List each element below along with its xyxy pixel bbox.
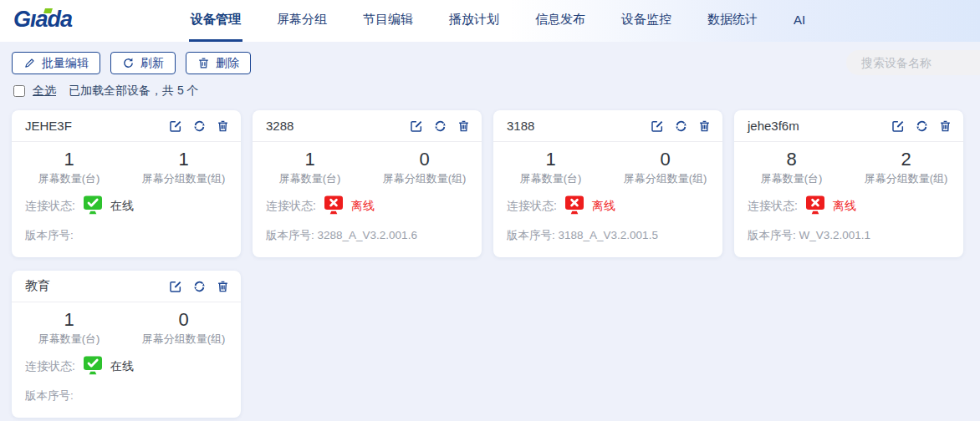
refresh-icon[interactable] <box>433 119 447 133</box>
connection-status-row: 连接状态: 离线 <box>266 195 482 217</box>
top-header: Gıada 设备管理屏幕分组节目编辑播放计划信息发布设备监控数据统计AI <box>0 0 980 42</box>
group-count-label: 屏幕分组数量(组) <box>126 332 241 347</box>
card-stats: 1 屏幕数量(台) 0 屏幕分组数量(组) <box>12 310 241 347</box>
screen-count-label: 屏幕数量(台) <box>12 171 126 186</box>
refresh-button[interactable]: 刷新 <box>110 52 176 74</box>
refresh-icon[interactable] <box>915 119 929 133</box>
status-label: 连接状态: <box>507 199 557 214</box>
edit-icon[interactable] <box>410 119 423 133</box>
card-header: jehe3f6m <box>734 110 963 142</box>
screen-count-stat: 1 屏幕数量(台) <box>12 310 126 347</box>
delete-label: 删除 <box>216 56 239 71</box>
toolbar: 批量编辑 刷新 删除 <box>0 42 980 74</box>
version-value: W_V3.2.001.1 <box>799 229 871 241</box>
refresh-icon[interactable] <box>674 119 688 133</box>
trash-icon[interactable] <box>217 280 229 293</box>
status-label: 连接状态: <box>25 199 75 214</box>
group-count-label: 屏幕分组数量(组) <box>608 171 722 186</box>
card-actions <box>169 280 229 293</box>
group-count-stat: 1 屏幕分组数量(组) <box>126 150 241 186</box>
group-count-label: 屏幕分组数量(组) <box>367 171 482 186</box>
batch-edit-label: 批量编辑 <box>42 56 89 71</box>
device-card: 3288 1 屏幕数量(台) 0 屏幕分组数量(组) <box>253 110 482 257</box>
tab-device-monitor[interactable]: 设备监控 <box>620 0 673 42</box>
giada-logo: Gıada <box>13 7 105 42</box>
tab-screen-group[interactable]: 屏幕分组 <box>275 0 329 42</box>
select-all-checkbox[interactable] <box>13 85 25 97</box>
search-input[interactable] <box>846 50 980 75</box>
version-value: 3288_A_V3.2.001.6 <box>318 229 417 241</box>
monitor-online-icon <box>82 356 104 378</box>
device-card: jehe3f6m 8 屏幕数量(台) 2 屏幕分组数量(组) <box>734 110 963 257</box>
version-row: 版本序号: <box>25 228 241 243</box>
tab-play-plan[interactable]: 播放计划 <box>447 0 501 42</box>
group-count-stat: 0 屏幕分组数量(组) <box>126 310 241 347</box>
pencil-icon <box>23 57 36 69</box>
screen-count-stat: 8 屏幕数量(台) <box>734 150 849 186</box>
status-text: 在线 <box>110 359 134 374</box>
version-row: 版本序号: 3288_A_V3.2.001.6 <box>266 228 482 243</box>
screen-count-stat: 1 屏幕数量(台) <box>12 150 126 186</box>
trash-icon[interactable] <box>698 119 711 133</box>
monitor-offline-icon <box>564 195 585 217</box>
nav-tabs: 设备管理屏幕分组节目编辑播放计划信息发布设备监控数据统计AI <box>189 0 807 42</box>
refresh-icon <box>122 57 135 69</box>
card-stats: 1 屏幕数量(台) 0 屏幕分组数量(组) <box>493 150 722 186</box>
group-count-stat: 0 屏幕分组数量(组) <box>608 150 722 186</box>
version-label: 版本序号: <box>507 229 555 241</box>
trash-icon[interactable] <box>939 119 952 133</box>
device-name: jehe3f6m <box>748 119 799 133</box>
connection-status-row: 连接状态: 在线 <box>25 195 241 217</box>
card-actions <box>169 119 229 133</box>
edit-icon[interactable] <box>651 119 664 133</box>
screen-count-label: 屏幕数量(台) <box>12 332 126 347</box>
version-row: 版本序号: W_V3.2.001.1 <box>748 228 963 243</box>
device-name: 3188 <box>507 119 534 133</box>
tab-device-management[interactable]: 设备管理 <box>189 0 242 42</box>
tab-program-edit[interactable]: 节目编辑 <box>361 0 415 42</box>
group-count-label: 屏幕分组数量(组) <box>126 171 241 186</box>
group-count-value: 1 <box>126 150 241 170</box>
monitor-online-icon <box>82 195 104 217</box>
tab-data-stats[interactable]: 数据统计 <box>706 0 759 42</box>
trash-icon[interactable] <box>217 119 229 133</box>
connection-status-row: 连接状态: 离线 <box>748 195 963 217</box>
card-header: 3188 <box>493 110 722 142</box>
delete-button[interactable]: 删除 <box>186 52 251 74</box>
card-stats: 1 屏幕数量(台) 1 屏幕分组数量(组) <box>12 150 241 186</box>
card-actions <box>410 119 470 133</box>
refresh-icon[interactable] <box>192 119 207 133</box>
card-stats: 1 屏幕数量(台) 0 屏幕分组数量(组) <box>253 150 482 186</box>
connection-status-row: 连接状态: 在线 <box>25 356 241 378</box>
tab-ai[interactable]: AI <box>792 0 807 42</box>
tab-info-publish[interactable]: 信息发布 <box>533 0 587 42</box>
version-label: 版本序号: <box>266 229 314 241</box>
card-header: 教育 <box>12 271 241 302</box>
version-label: 版本序号: <box>748 229 796 241</box>
refresh-label: 刷新 <box>140 56 164 71</box>
monitor-offline-icon <box>323 195 345 217</box>
card-header: 3288 <box>253 110 482 142</box>
edit-icon[interactable] <box>169 119 182 133</box>
status-text: 离线 <box>592 199 615 214</box>
status-text: 离线 <box>351 199 375 214</box>
edit-icon[interactable] <box>891 119 905 133</box>
group-count-label: 屏幕分组数量(组) <box>849 171 963 186</box>
batch-edit-button[interactable]: 批量编辑 <box>12 52 100 74</box>
card-header: JEHE3F <box>12 110 241 142</box>
screen-count-value: 1 <box>493 150 608 170</box>
version-label: 版本序号: <box>25 389 74 402</box>
group-count-value: 0 <box>126 310 241 330</box>
select-all-label[interactable]: 全选 <box>33 84 56 99</box>
screen-count-stat: 1 屏幕数量(台) <box>253 150 367 186</box>
loaded-summary-text: 已加载全部设备，共 5 个 <box>69 84 199 99</box>
status-label: 连接状态: <box>25 359 75 374</box>
edit-icon[interactable] <box>169 280 182 293</box>
refresh-icon[interactable] <box>192 280 207 293</box>
logo-green-accent <box>43 8 53 13</box>
card-actions <box>651 119 711 133</box>
trash-icon[interactable] <box>457 119 470 133</box>
card-actions <box>891 119 952 133</box>
trash-icon <box>197 57 210 69</box>
version-label: 版本序号: <box>25 229 74 241</box>
